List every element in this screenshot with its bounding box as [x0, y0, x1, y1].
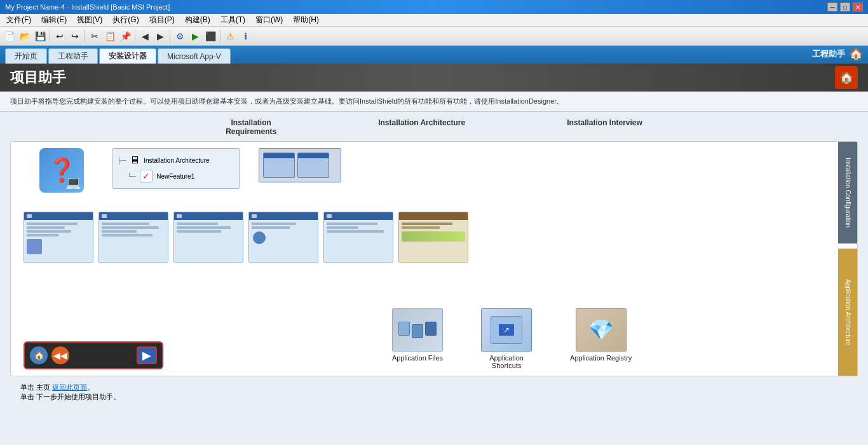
menu-file[interactable]: 文件(F)	[3, 14, 35, 26]
mini-window-2	[297, 153, 329, 178]
arch-item-1: ├─ 🖥 Installation Architecture	[117, 153, 235, 168]
toolbar-forward[interactable]: ▶	[153, 29, 167, 43]
tab-app-v[interactable]: Microsoft App-V	[158, 48, 231, 64]
app-title: My Project Name-4 - InstallShield [Basic…	[5, 3, 170, 11]
menu-build[interactable]: 构建(B)	[181, 14, 214, 26]
footer-line-2: 单击 下一步开始使用项目助手。	[20, 392, 848, 402]
diagram-area: ❓ 💻 ├─ 🖥 Installation Architecture └─ ✓	[10, 141, 858, 376]
shortcut-icon: ↗	[491, 316, 522, 344]
app-files-section[interactable]: Application Files	[392, 308, 443, 362]
registry-gem-icon: 💎	[588, 318, 614, 342]
description-text: 项目助手将指导您完成构建安装的整个过程。可以使用项目助理创建基本安装，或者为高级…	[10, 97, 564, 105]
menu-help[interactable]: 帮助(H)	[289, 14, 323, 26]
app-shortcuts-label: Application Shortcuts	[475, 354, 538, 369]
app-files-label: Application Files	[392, 354, 443, 362]
toolbar-warn[interactable]: ⚠	[223, 29, 237, 43]
titlebar: My Project Name-4 - InstallShield [Basic…	[0, 0, 868, 14]
menu-run[interactable]: 执行(G)	[109, 14, 142, 26]
toolbar-stop[interactable]: ⬛	[203, 29, 217, 43]
nav-back-circle[interactable]: ◀◀	[51, 346, 69, 364]
app-section: Application Files ↗ Application Shortcut…	[392, 308, 632, 369]
app-registry-label: Application Registry	[570, 354, 632, 362]
page-header: 项目助手 🏠	[0, 64, 868, 92]
close-button[interactable]: ✕	[853, 3, 863, 11]
arch-item-2-label: NewFeature1	[156, 173, 194, 180]
req-icon: ❓ 💻	[39, 148, 84, 193]
main-content: InstallationRequirements Installation Ar…	[0, 112, 868, 445]
nav-home-circle[interactable]: 🏠	[30, 346, 48, 364]
maximize-button[interactable]: □	[840, 3, 850, 11]
right-label: 工程助手 🏠	[812, 47, 863, 64]
arch-section: ├─ 🖥 Installation Architecture └─ ✓ NewF…	[112, 148, 240, 189]
app-files-icons	[398, 322, 437, 338]
footer-home-link[interactable]: 返回此页面	[52, 383, 87, 391]
step3-label: Installation Interview	[567, 118, 642, 136]
arch-folder-icon: 🖥	[130, 154, 140, 166]
toolbar-cut[interactable]: ✂	[88, 29, 102, 43]
toolbar-undo[interactable]: ↩	[53, 29, 67, 43]
screenshot-2[interactable]	[98, 212, 168, 263]
description-area: 项目助手将指导您完成构建安装的整个过程。可以使用项目助理创建基本安装，或者为高级…	[0, 92, 868, 112]
app-registry-icon-box: 💎	[576, 308, 627, 352]
screenshot-6[interactable]	[398, 212, 468, 263]
mini-window-1	[263, 153, 295, 178]
app-files-icon-box	[392, 308, 443, 352]
toolbar-sep-5	[220, 30, 220, 43]
menubar: 文件(F) 编辑(E) 视图(V) 执行(G) 项目(P) 构建(B) 工具(T…	[0, 14, 868, 27]
toolbar-new[interactable]: 📄	[3, 29, 17, 43]
menu-view[interactable]: 视图(V)	[73, 14, 106, 26]
toolbar-save[interactable]: 💾	[33, 29, 47, 43]
toolbar: 📄 📂 💾 ↩ ↪ ✂ 📋 📌 ◀ ▶ ⚙ ▶ ⬛ ⚠ ℹ	[0, 27, 868, 46]
home-button[interactable]: 🏠	[835, 66, 858, 89]
install-config-label: Installation Configuration	[838, 142, 857, 243]
menu-edit[interactable]: 编辑(E)	[37, 14, 71, 26]
screenshot-1[interactable]	[24, 212, 93, 263]
arch-box: ├─ 🖥 Installation Architecture └─ ✓ NewF…	[112, 148, 240, 189]
arch-item-1-label: Installation Architecture	[144, 157, 209, 164]
menu-window[interactable]: 窗口(W)	[252, 14, 287, 26]
toolbar-open[interactable]: 📂	[18, 29, 32, 43]
app-registry-section[interactable]: 💎 Application Registry	[570, 308, 632, 362]
footer-links: 单击 主页 返回此页面。 单击 下一步开始使用项目助手。	[10, 380, 858, 404]
toolbar-redo[interactable]: ↪	[68, 29, 82, 43]
minimize-button[interactable]: ─	[827, 3, 837, 11]
arch-item-2: └─ ✓ NewFeature1	[117, 168, 235, 184]
toolbar-run[interactable]: ▶	[188, 29, 202, 43]
screenshots-row	[24, 212, 832, 263]
screenshot-5[interactable]	[323, 212, 393, 263]
tab-install-designer[interactable]: 安装设计器	[99, 48, 156, 64]
screenshot-4[interactable]	[248, 212, 318, 263]
tabbar: 开始页 工程助手 安装设计器 Microsoft App-V 工程助手 🏠	[0, 46, 868, 64]
steps-header: InstallationRequirements Installation Ar…	[10, 118, 858, 136]
interview-section	[259, 148, 341, 182]
nav-forward-arrow[interactable]: ▶	[137, 346, 157, 364]
feature-icon: ✓	[140, 170, 153, 182]
nav-section: 🏠 ◀◀ ▶	[24, 341, 163, 369]
app-arch-label: Application Architecture	[838, 249, 857, 376]
req-section: ❓ 💻	[24, 148, 100, 193]
tab-project-assistant[interactable]: 工程助手	[48, 48, 98, 64]
page-title: 项目助手	[10, 68, 66, 87]
nav-bar: 🏠 ◀◀ ▶	[24, 341, 163, 369]
footer-line-1: 单击 主页 返回此页面。	[20, 383, 848, 392]
step1-label: InstallationRequirements	[226, 118, 276, 136]
main-wrapper: InstallationRequirements Installation Ar…	[0, 112, 868, 445]
tab-start[interactable]: 开始页	[5, 48, 47, 64]
toolbar-info[interactable]: ℹ	[238, 29, 252, 43]
titlebar-controls: ─ □ ✕	[827, 3, 863, 11]
app-shortcuts-icon-box: ↗	[481, 308, 532, 352]
menu-project[interactable]: 项目(P)	[146, 14, 179, 26]
app-shortcuts-section[interactable]: ↗ Application Shortcuts	[475, 308, 538, 369]
toolbar-copy[interactable]: 📋	[103, 29, 117, 43]
menu-tools[interactable]: 工具(T)	[217, 14, 249, 26]
toolbar-build[interactable]: ⚙	[173, 29, 187, 43]
screenshot-3[interactable]	[173, 212, 243, 263]
titlebar-title: My Project Name-4 - InstallShield [Basic…	[5, 3, 170, 11]
toolbar-paste[interactable]: 📌	[118, 29, 132, 43]
step2-label: Installation Architecture	[378, 118, 465, 136]
toolbar-back[interactable]: ◀	[138, 29, 152, 43]
toolbar-sep-3	[135, 30, 135, 43]
toolbar-sep-2	[85, 30, 85, 43]
toolbar-sep-1	[50, 30, 50, 43]
interview-box	[259, 148, 341, 182]
